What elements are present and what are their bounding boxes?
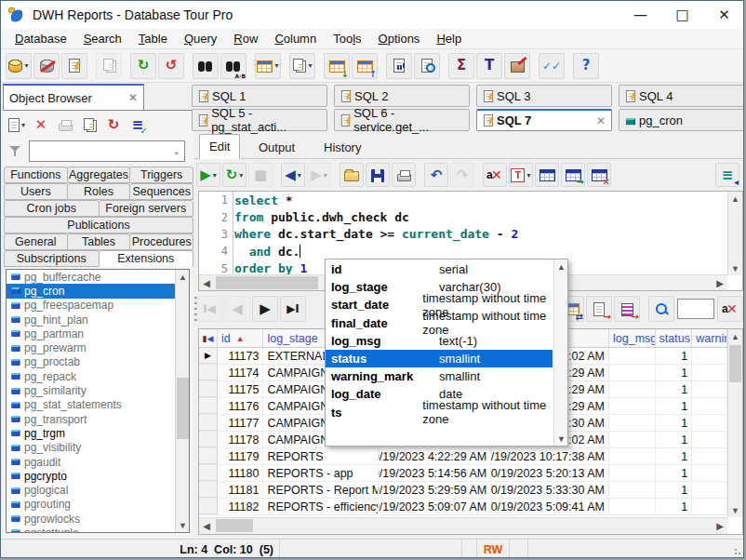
- autocomplete-item[interactable]: idserial: [326, 260, 553, 278]
- dropdown-arrow-icon[interactable]: ▾: [324, 171, 327, 180]
- sql-tab-sql-6-service-get[interactable]: SQL 6 - service.get_...: [334, 109, 470, 131]
- autocomplete-item[interactable]: final_datetimestamp without time zone: [326, 314, 553, 332]
- dropdown-arrow-icon[interactable]: ▾: [24, 61, 28, 70]
- tab-history[interactable]: History: [314, 135, 370, 159]
- tab-roles[interactable]: Roles: [67, 183, 131, 200]
- quick-filter-input[interactable]: [677, 299, 714, 319]
- scroll-up-icon[interactable]: ▲: [728, 329, 742, 343]
- scroll-up-icon[interactable]: ▲: [728, 192, 742, 206]
- tab-extensions[interactable]: Extensions: [99, 250, 194, 267]
- scroll-up-icon[interactable]: ▲: [554, 260, 568, 273]
- menu-column[interactable]: Column: [266, 30, 325, 47]
- new-object-button[interactable]: ▾: [6, 113, 28, 136]
- resize-grip[interactable]: [734, 548, 743, 557]
- extensions-scrollbar[interactable]: ▲ ▼: [175, 270, 189, 532]
- scrollbar-thumb[interactable]: [216, 519, 253, 532]
- extension-item[interactable]: pg_freespacemap: [7, 299, 189, 313]
- sql-tab-sql-5-pg-stat-acti[interactable]: SQL 5 - pg_stat_acti...: [192, 109, 327, 131]
- menu-row[interactable]: Row: [225, 30, 266, 47]
- tab-tables[interactable]: Tables: [67, 233, 131, 250]
- scrollbar-thumb[interactable]: [216, 276, 318, 289]
- clear-code-button[interactable]: ✕: [483, 163, 507, 187]
- undo-all-button[interactable]: ↺: [158, 53, 184, 79]
- report-design-button[interactable]: [386, 53, 412, 79]
- extension-item[interactable]: pglogical: [7, 483, 189, 497]
- disconnect-database-button[interactable]: [33, 53, 60, 79]
- column-header-id[interactable]: id▲: [218, 329, 264, 347]
- tab-users[interactable]: Users: [4, 183, 68, 200]
- extension-item[interactable]: pgstattuple: [7, 526, 189, 533]
- scroll-up-icon[interactable]: ▲: [176, 270, 190, 284]
- export-results-button[interactable]: →: [561, 163, 585, 187]
- replace-button[interactable]: A·B: [220, 53, 246, 79]
- tab-general[interactable]: General: [4, 233, 68, 250]
- extension-item[interactable]: pg_transport: [7, 412, 189, 426]
- dropdown-arrow-icon[interactable]: ▾: [274, 61, 278, 70]
- export-data-button[interactable]: ↑: [352, 53, 378, 79]
- aggregates-button[interactable]: Σ: [448, 53, 474, 79]
- scroll-down-icon[interactable]: ▼: [728, 261, 742, 275]
- menu-query[interactable]: Query: [176, 30, 225, 47]
- column-header-warning[interactable]: warnin: [692, 329, 727, 347]
- table-row[interactable]: 11181REPORTS - Report M10/19/2023 5:29:5…: [199, 482, 727, 499]
- tab-aggregates[interactable]: Aggregates: [67, 167, 131, 183]
- form-view-button[interactable]: →: [614, 296, 640, 322]
- table-row[interactable]: 11182REPORTS - efficiency10/19/2023 5:09…: [199, 499, 727, 515]
- execute-refresh-button[interactable]: ↻▾: [222, 163, 246, 187]
- extension-item[interactable]: pg_partman: [7, 327, 189, 340]
- help-button[interactable]: ?: [573, 53, 599, 79]
- scroll-down-icon[interactable]: ▼: [728, 503, 742, 517]
- scroll-right-icon[interactable]: ▶: [713, 275, 727, 290]
- extension-item[interactable]: pgcrypto: [7, 469, 189, 483]
- delete-object-button[interactable]: ✕: [30, 113, 52, 136]
- save-file-button[interactable]: [366, 163, 390, 187]
- scrollbar-thumb[interactable]: [177, 378, 189, 439]
- scroll-right-icon[interactable]: ▶: [713, 518, 727, 533]
- close-results-button[interactable]: ✕: [587, 163, 611, 187]
- stop-execution-button[interactable]: ■: [248, 163, 273, 187]
- clear-filter-button[interactable]: ✕: [717, 296, 743, 322]
- menu-database[interactable]: Database: [7, 30, 75, 47]
- record-to-report-button[interactable]: →: [586, 296, 612, 322]
- indent-options-button[interactable]: ≡◂: [715, 163, 739, 187]
- sql-tab-sql-3[interactable]: SQL 3: [476, 85, 612, 107]
- dropdown-arrow-icon[interactable]: ▾: [21, 121, 25, 129]
- sql-tab-sql-2[interactable]: SQL 2: [334, 85, 470, 107]
- tab-functions[interactable]: Functions: [4, 167, 68, 183]
- tab-triggers[interactable]: Triggers: [129, 167, 193, 183]
- sql-tab-sql-1[interactable]: SQL 1: [192, 85, 327, 107]
- autocomplete-scrollbar[interactable]: ▲ ▼: [553, 260, 567, 446]
- close-icon[interactable]: ✕: [128, 91, 138, 104]
- column-header-status[interactable]: status: [656, 329, 693, 347]
- refresh-button[interactable]: ↻: [130, 53, 156, 79]
- tab-cron-jobs[interactable]: Cron jobs: [4, 200, 100, 217]
- search-record-button[interactable]: [648, 296, 674, 322]
- commit-button[interactable]: [96, 53, 122, 79]
- menu-search[interactable]: Search: [75, 30, 130, 47]
- extension-item[interactable]: pg_visibility: [7, 441, 189, 455]
- extension-item[interactable]: pg_similarity: [7, 383, 189, 397]
- sql-tab-sql-4[interactable]: SQL 4: [619, 85, 744, 107]
- extension-item[interactable]: pg_hint_plan: [7, 313, 189, 327]
- autocomplete-item[interactable]: tstimestamp without time zone: [326, 404, 553, 421]
- table-view-button[interactable]: ▾: [255, 53, 281, 79]
- edit-sql-script-button[interactable]: [61, 53, 87, 79]
- graphics-editor-button[interactable]: [504, 53, 530, 79]
- scroll-left-icon[interactable]: ◀: [199, 518, 214, 533]
- redo-button[interactable]: ↷: [450, 163, 474, 187]
- send-objects-button[interactable]: [54, 113, 76, 136]
- extension-item[interactable]: pg_proctab: [7, 355, 189, 369]
- tab-procedures[interactable]: Procedures: [129, 233, 193, 250]
- scroll-down-icon[interactable]: ▼: [554, 432, 568, 446]
- menu-tools[interactable]: Tools: [325, 30, 369, 47]
- scroll-left-icon[interactable]: ◀: [199, 275, 214, 290]
- table-row[interactable]: 11180REPORTS - app10/19/2023 5:14:56 AM1…: [199, 465, 727, 482]
- column-header-log_msg[interactable]: log_msg: [609, 329, 656, 347]
- last-record-button[interactable]: ▶Ι: [280, 296, 306, 322]
- extension-item[interactable]: pg_trgm: [7, 426, 189, 440]
- undo-button[interactable]: ↶: [424, 163, 448, 187]
- next-record-button[interactable]: ▶: [252, 296, 278, 322]
- dropdown-arrow-icon[interactable]: ▾: [526, 171, 530, 180]
- extension-item[interactable]: pgrouting: [7, 498, 189, 512]
- import-data-button[interactable]: ↓: [324, 53, 350, 79]
